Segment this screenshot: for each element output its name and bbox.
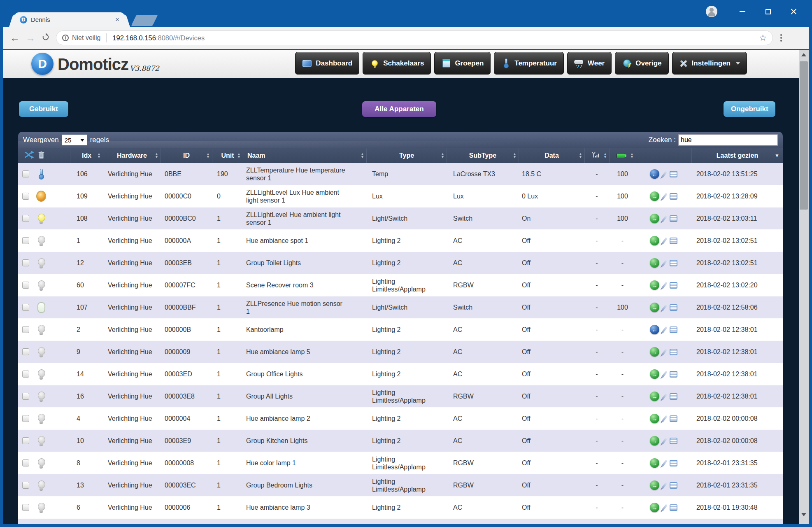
edit-pencil-icon[interactable] [661, 326, 668, 333]
table-row[interactable]: 6 Verlichting Hue 0000006 1 Hue ambiance… [18, 497, 783, 519]
header-naam[interactable]: Naam▲▼ [243, 148, 366, 163]
sort-icon[interactable]: ▲▼ [513, 153, 517, 159]
edit-pencil-icon[interactable] [661, 437, 668, 444]
sort-icon[interactable]: ▲▼ [206, 153, 210, 159]
nav-overige-button[interactable]: Overige [615, 52, 668, 75]
header-hardware[interactable]: Hardware▲▼ [103, 148, 161, 163]
log-icon[interactable] [670, 504, 677, 511]
toggle-used-button[interactable]: → [650, 236, 659, 245]
row-checkbox[interactable] [22, 459, 29, 466]
edit-pencil-icon[interactable] [661, 259, 668, 266]
log-icon[interactable] [670, 371, 677, 378]
toggle-used-button[interactable]: → [650, 191, 659, 201]
table-row[interactable]: 12 Verlichting Hue 00003EB 1 Group Toile… [18, 252, 783, 274]
log-icon[interactable] [670, 482, 677, 489]
table-row[interactable]: 9 Verlichting Hue 0000009 1 Hue ambiance… [18, 341, 783, 363]
row-checkbox[interactable] [22, 393, 29, 400]
used-filter-button[interactable]: Gebruikt [19, 101, 68, 117]
table-row[interactable]: 8 Verlichting Hue 00000008 1 Hue color l… [18, 452, 783, 474]
sort-icon[interactable]: ▲▼ [97, 153, 101, 159]
url-text[interactable]: 192.168.0.156:8080/#/Devices [112, 34, 205, 42]
header-signal[interactable]: ▲▼ [584, 148, 609, 163]
toggle-used-button[interactable]: → [650, 347, 659, 357]
table-row[interactable]: 108 Verlichting Hue 00000BC0 1 ZLLLightL… [18, 208, 783, 230]
header-data[interactable]: Data▲▼ [519, 148, 584, 163]
sort-icon[interactable]: ▲▼ [579, 153, 582, 159]
minimize-button[interactable] [730, 0, 755, 23]
edit-pencil-icon[interactable] [661, 193, 668, 200]
domoticz-logo[interactable]: D Domoticz V3.8872 [31, 53, 159, 75]
nav-groepen-button[interactable]: Groepen [434, 52, 491, 75]
toggle-used-button[interactable]: → [650, 214, 659, 223]
row-checkbox[interactable] [22, 304, 29, 311]
log-icon[interactable] [670, 326, 677, 333]
bookmark-star-icon[interactable]: ☆ [759, 33, 767, 43]
log-icon[interactable] [670, 282, 677, 289]
address-bar[interactable]: i Niet veilig 192.168.0.156:8080/#/Devic… [56, 30, 773, 45]
row-checkbox[interactable] [22, 371, 29, 378]
all-devices-filter-button[interactable]: Alle Apparaten [362, 101, 436, 117]
edit-pencil-icon[interactable] [661, 348, 668, 355]
edit-pencil-icon[interactable] [661, 304, 668, 311]
log-icon[interactable] [670, 260, 677, 266]
sort-icon[interactable]: ▲▼ [603, 153, 607, 159]
toggle-used-button[interactable]: ← [650, 169, 659, 179]
log-icon[interactable] [670, 193, 677, 200]
nav-instellingen-button[interactable]: Instellingen [672, 52, 747, 75]
table-row[interactable]: 1 Verlichting Hue 000000A 1 Hue ambiance… [18, 230, 783, 252]
log-icon[interactable] [670, 215, 677, 222]
log-icon[interactable] [670, 393, 677, 400]
table-row[interactable]: 2 Verlichting Hue 000000B 1 Kantoorlamp … [18, 319, 783, 341]
nav-temperatuur-button[interactable]: Temperatuur [494, 52, 564, 75]
header-unit[interactable]: Unit▲▼ [212, 148, 243, 163]
unused-filter-button[interactable]: Ongebruikt [724, 101, 775, 117]
header-subtype[interactable]: SubType▲▼ [447, 148, 519, 163]
profile-icon[interactable] [706, 6, 717, 17]
toggle-used-button[interactable]: → [650, 458, 659, 468]
table-row[interactable]: 107 Verlichting Hue 00000BBF 1 ZLLPresen… [18, 296, 783, 319]
edit-pencil-icon[interactable] [661, 237, 668, 244]
row-checkbox[interactable] [22, 326, 29, 333]
edit-pencil-icon[interactable] [661, 504, 668, 511]
header-type[interactable]: Type▲▼ [366, 148, 447, 163]
sort-icon[interactable]: ▲▼ [361, 153, 364, 159]
toggle-used-button[interactable]: → [650, 436, 659, 445]
table-row[interactable]: 16 Verlichting Hue 000003E8 1 Group All … [18, 385, 783, 408]
log-icon[interactable] [670, 349, 677, 355]
row-checkbox[interactable] [22, 215, 29, 222]
scroll-up-button[interactable] [799, 50, 809, 60]
nav-weer-button[interactable]: Weer [567, 52, 612, 75]
scroll-down-button[interactable] [799, 510, 809, 520]
toggle-used-button[interactable]: → [650, 369, 659, 379]
row-checkbox[interactable] [22, 170, 29, 177]
sort-icon[interactable]: ▲▼ [155, 153, 158, 159]
row-checkbox[interactable] [22, 348, 29, 355]
toggle-used-button[interactable]: → [650, 480, 659, 490]
row-checkbox[interactable] [22, 259, 29, 266]
edit-pencil-icon[interactable] [661, 415, 668, 422]
move-devices-icon[interactable] [24, 151, 34, 161]
edit-pencil-icon[interactable] [661, 282, 668, 289]
log-icon[interactable] [670, 238, 677, 244]
new-tab-button[interactable] [131, 15, 158, 26]
sort-descending-icon[interactable]: ▼ [775, 153, 779, 159]
page-size-select[interactable]: 25 [62, 135, 87, 145]
edit-pencil-icon[interactable] [661, 215, 668, 222]
chrome-menu-icon[interactable] [780, 34, 782, 42]
search-input[interactable] [678, 134, 778, 146]
table-row[interactable]: 106 Verlichting Hue 0BBE 190 ZLLTemperat… [18, 163, 783, 185]
trash-icon[interactable] [38, 151, 44, 161]
table-row[interactable]: 13 Verlichting Hue 000003EC 1 Group Bedr… [18, 474, 783, 497]
sort-icon[interactable]: ▲▼ [630, 153, 634, 159]
edit-pencil-icon[interactable] [661, 170, 668, 177]
nav-schakelaars-button[interactable]: Schakelaars [363, 52, 431, 75]
row-checkbox[interactable] [22, 504, 29, 511]
toggle-used-button[interactable]: ← [650, 325, 659, 334]
toggle-used-button[interactable]: → [650, 503, 659, 512]
toggle-used-button[interactable]: → [650, 280, 659, 290]
edit-pencil-icon[interactable] [661, 371, 668, 378]
maximize-button[interactable] [755, 0, 781, 23]
row-checkbox[interactable] [22, 282, 29, 289]
table-row[interactable]: 10 Verlichting Hue 00003E9 1 Group Kitch… [18, 430, 783, 452]
header-idx[interactable]: Idx▲▼ [70, 148, 103, 163]
